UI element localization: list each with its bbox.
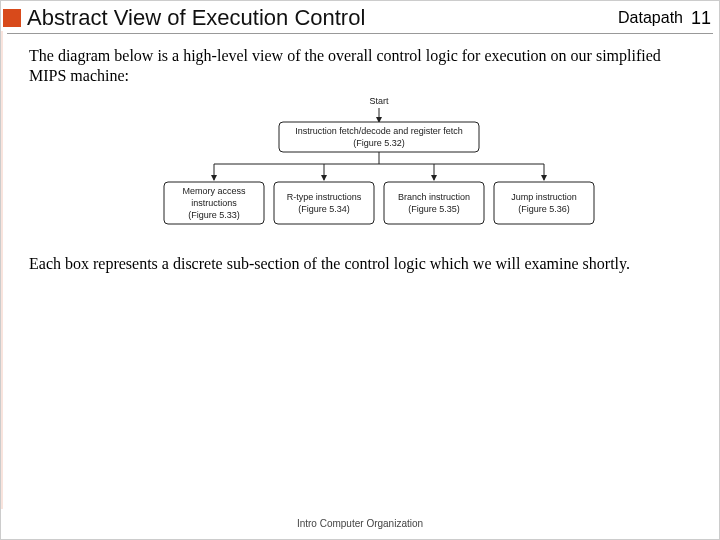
diagram: Start Instruction fetch/decode and regis… bbox=[159, 94, 599, 234]
accent-edge bbox=[1, 31, 3, 509]
outro-text: Each box represents a discrete sub-secti… bbox=[29, 254, 691, 274]
bullet-icon bbox=[3, 9, 21, 27]
diagram-box-3-l1: Jump instruction bbox=[511, 192, 577, 202]
diagram-box-1-l2: (Figure 5.34) bbox=[298, 204, 350, 214]
diagram-box-1 bbox=[274, 182, 374, 224]
diagram-box-2-l1: Branch instruction bbox=[398, 192, 470, 202]
slide: Abstract View of Execution Control Datap… bbox=[0, 0, 720, 540]
section-label: Datapath bbox=[618, 9, 683, 27]
diagram-box-3 bbox=[494, 182, 594, 224]
intro-text: The diagram below is a high-level view o… bbox=[29, 46, 691, 86]
diagram-box-0-l3: (Figure 5.33) bbox=[188, 210, 240, 220]
diagram-box-1-l1: R-type instructions bbox=[287, 192, 362, 202]
footer-text: Intro Computer Organization bbox=[1, 518, 719, 529]
diagram-root-l1: Instruction fetch/decode and register fe… bbox=[295, 126, 463, 136]
diagram-root-l2: (Figure 5.32) bbox=[353, 138, 405, 148]
diagram-box-2 bbox=[384, 182, 484, 224]
diagram-start-label: Start bbox=[369, 96, 389, 106]
diagram-box-0-l1: Memory access bbox=[182, 186, 246, 196]
page-number: 11 bbox=[691, 8, 711, 29]
slide-body: The diagram below is a high-level view o… bbox=[1, 34, 719, 274]
slide-title: Abstract View of Execution Control bbox=[27, 5, 618, 31]
diagram-box-0-l2: instructions bbox=[191, 198, 237, 208]
diagram-box-3-l2: (Figure 5.36) bbox=[518, 204, 570, 214]
diagram-box-2-l2: (Figure 5.35) bbox=[408, 204, 460, 214]
slide-header: Abstract View of Execution Control Datap… bbox=[1, 1, 719, 31]
